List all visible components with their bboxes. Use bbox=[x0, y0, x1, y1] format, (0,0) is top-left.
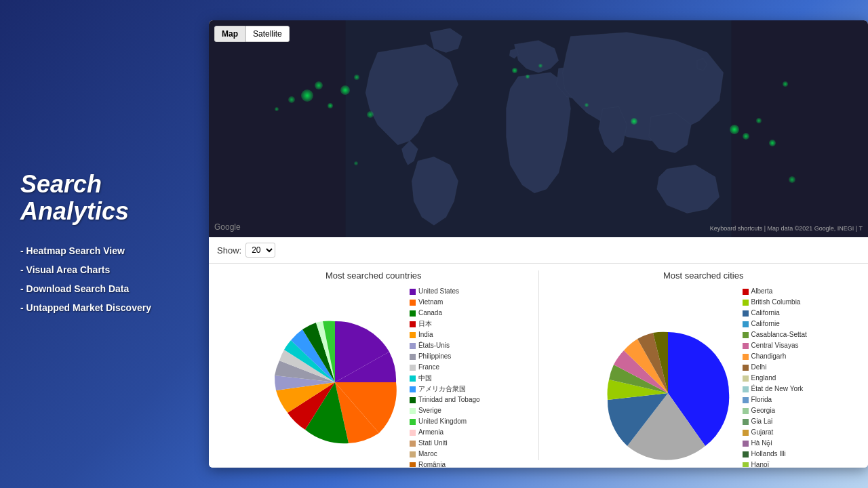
cities-chart-title: Most searched cities bbox=[663, 270, 744, 281]
feature-item-2: - Visual Area Charts bbox=[20, 260, 195, 279]
right-panel: Map Satellite Google Keyboard shortcuts … bbox=[209, 20, 868, 468]
legend-item: 日本 bbox=[410, 319, 480, 329]
legend-item: Central Visayas bbox=[743, 340, 807, 351]
show-select[interactable]: 20 10 50 bbox=[245, 243, 275, 258]
legend-item: 中国 bbox=[410, 373, 480, 384]
legend-item: Casablanca-Settat bbox=[743, 329, 807, 340]
legend-item: Gia Lai bbox=[743, 416, 807, 427]
legend-item: France bbox=[410, 362, 480, 373]
legend-item: Delhi bbox=[743, 362, 807, 373]
map-button[interactable]: Map bbox=[214, 26, 245, 42]
charts-row: Most searched countries bbox=[209, 264, 868, 467]
satellite-button[interactable]: Satellite bbox=[245, 26, 290, 42]
legend-item: Gujarat bbox=[743, 427, 807, 438]
google-logo: Google bbox=[214, 222, 241, 232]
world-map-svg bbox=[209, 20, 868, 237]
legend-item: California bbox=[743, 308, 807, 319]
feature-list: - Heatmap Search View - Visual Area Char… bbox=[20, 241, 195, 317]
feature-item-1: - Heatmap Search View bbox=[20, 241, 195, 260]
legend-item: Vietnam bbox=[410, 297, 480, 308]
countries-chart: Most searched countries bbox=[209, 264, 538, 467]
legend-item: India bbox=[410, 329, 480, 340]
cities-pie bbox=[600, 325, 736, 464]
show-label: Show: bbox=[217, 245, 241, 256]
legend-item: États-Unis bbox=[410, 340, 480, 351]
map-attribution: Keyboard shortcuts | Map data ©2021 Goog… bbox=[710, 225, 863, 232]
left-panel: Search Analytics - Heatmap Search View -… bbox=[0, 0, 209, 488]
legend-item: Canada bbox=[410, 308, 480, 319]
legend-item: England bbox=[743, 373, 807, 384]
legend-item: Florida bbox=[743, 394, 807, 405]
map-controls[interactable]: Map Satellite bbox=[214, 26, 290, 42]
legend-item: Alberta bbox=[743, 286, 807, 297]
map-section: Map Satellite Google Keyboard shortcuts … bbox=[209, 20, 868, 237]
charts-section: Show: 20 10 50 Most searched countries bbox=[209, 237, 868, 468]
countries-chart-inner: United StatesVietnamCanada日本IndiaÉtats-U… bbox=[209, 286, 538, 467]
countries-pie-svg bbox=[267, 314, 403, 450]
feature-item-4: - Untapped Market Discovery bbox=[20, 298, 195, 317]
page-title: Search Analytics bbox=[20, 171, 195, 224]
legend-item: Hollands Illi bbox=[743, 449, 807, 460]
legend-item: Californie bbox=[743, 319, 807, 329]
legend-item: British Columbia bbox=[743, 297, 807, 308]
cities-legend: AlbertaBritish ColumbiaCaliforniaCalifor… bbox=[743, 286, 807, 467]
charts-toolbar: Show: 20 10 50 bbox=[209, 237, 868, 264]
countries-pie bbox=[267, 314, 403, 453]
legend-item: Trinidad and Tobago bbox=[410, 394, 480, 405]
countries-chart-title: Most searched countries bbox=[326, 270, 422, 281]
legend-item: Armenia bbox=[410, 427, 480, 438]
legend-item: Philippines bbox=[410, 351, 480, 362]
countries-legend: United StatesVietnamCanada日本IndiaÉtats-U… bbox=[410, 286, 480, 467]
cities-pie-svg bbox=[600, 325, 736, 461]
legend-item: Stati Uniti bbox=[410, 438, 480, 449]
legend-item: România bbox=[410, 460, 480, 467]
legend-item: Sverige bbox=[410, 405, 480, 416]
cities-chart: Most searched cities bbox=[539, 264, 869, 467]
legend-item: Georgia bbox=[743, 405, 807, 416]
legend-item: Chandigarh bbox=[743, 351, 807, 362]
legend-item: Hà Nội bbox=[743, 438, 807, 449]
legend-item: Hanoï bbox=[743, 460, 807, 467]
legend-item: アメリカ合衆国 bbox=[410, 384, 480, 394]
legend-item: United States bbox=[410, 286, 480, 297]
legend-item: Maroc bbox=[410, 449, 480, 460]
feature-item-3: - Download Search Data bbox=[20, 279, 195, 298]
legend-item: United Kingdom bbox=[410, 416, 480, 427]
cities-chart-inner: AlbertaBritish ColumbiaCaliforniaCalifor… bbox=[539, 286, 869, 467]
legend-item: État de New York bbox=[743, 384, 807, 394]
